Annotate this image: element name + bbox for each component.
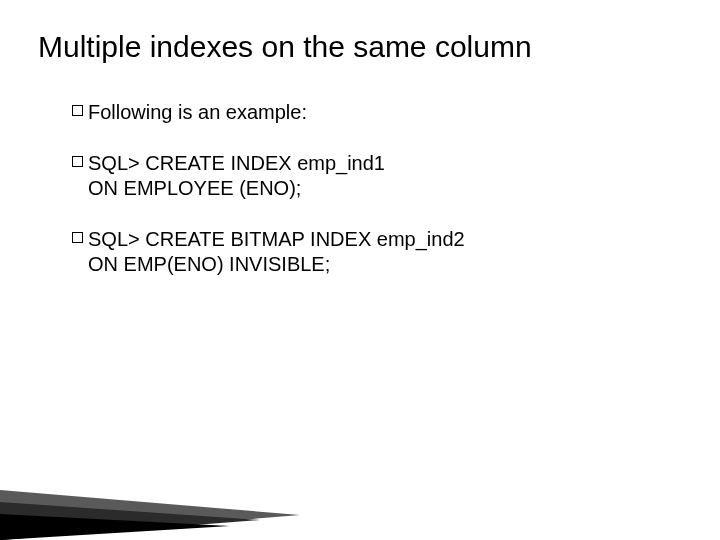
bullet-text: SQL> CREATE INDEX emp_ind1 ON EMPLOYEE (… bbox=[88, 151, 634, 201]
bullet-line1: SQL> CREATE BITMAP INDEX emp_ind2 bbox=[88, 228, 465, 250]
decorative-wedge-icon bbox=[0, 460, 300, 540]
bullet-line2: ON EMP(ENO) INVISIBLE; bbox=[88, 252, 634, 277]
bullet-text: SQL> CREATE BITMAP INDEX emp_ind2 ON EMP… bbox=[88, 227, 634, 277]
bullet-item: Following is an example: bbox=[74, 100, 634, 125]
bullet-item: SQL> CREATE BITMAP INDEX emp_ind2 ON EMP… bbox=[74, 227, 634, 277]
slide-title: Multiple indexes on the same column bbox=[38, 30, 532, 64]
bullet-text: Following is an example: bbox=[88, 100, 634, 125]
svg-marker-0 bbox=[0, 490, 300, 540]
svg-marker-2 bbox=[0, 514, 230, 540]
bullet-line1: Following is an example: bbox=[88, 101, 307, 123]
bullet-line1: SQL> CREATE INDEX emp_ind1 bbox=[88, 152, 385, 174]
slide: Multiple indexes on the same column Foll… bbox=[0, 0, 720, 540]
bullet-marker-icon bbox=[72, 105, 83, 116]
slide-content: Following is an example: SQL> CREATE IND… bbox=[74, 100, 634, 303]
bullet-marker-icon bbox=[72, 156, 83, 167]
bullet-item: SQL> CREATE INDEX emp_ind1 ON EMPLOYEE (… bbox=[74, 151, 634, 201]
svg-marker-1 bbox=[0, 502, 260, 540]
bullet-line2: ON EMPLOYEE (ENO); bbox=[88, 176, 634, 201]
bullet-marker-icon bbox=[72, 232, 83, 243]
